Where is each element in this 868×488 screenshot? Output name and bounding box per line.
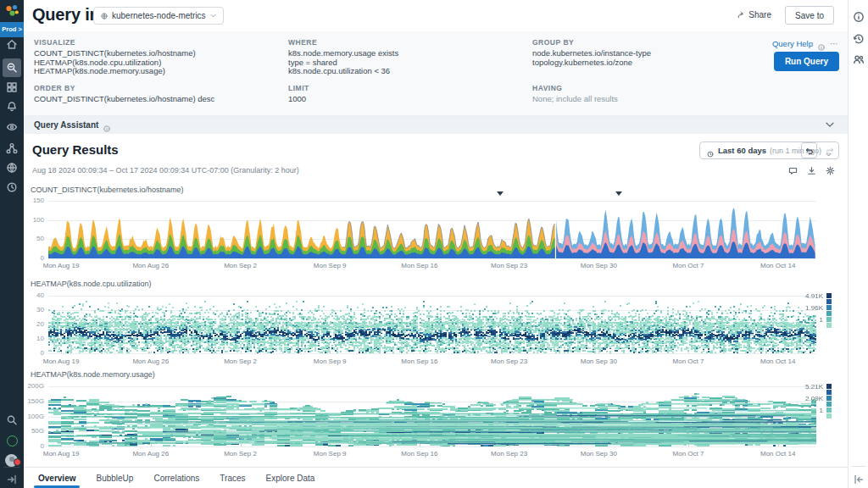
- where-clause-group: WHEREk8s.node.memory.usage existstype = …: [288, 38, 398, 76]
- run-query-button[interactable]: Run Query: [774, 52, 839, 71]
- legend-label: 4.91K: [805, 292, 823, 300]
- environment-globe-icon[interactable]: [5, 161, 19, 175]
- legend-label: 1.96K: [805, 304, 823, 312]
- cpu-heatmap-chart[interactable]: [48, 291, 816, 354]
- query-clause[interactable]: k8s.node.memory.usage exists: [288, 49, 398, 58]
- deploy-marker-icon[interactable]: [615, 191, 622, 199]
- query-assistant-bar[interactable]: Query Assistant: [24, 116, 848, 134]
- info-icon[interactable]: [817, 40, 826, 48]
- legend-swatch: [826, 311, 832, 316]
- x-axis-label: Mon Sep 30: [581, 262, 617, 269]
- query-clause[interactable]: 1000: [288, 95, 309, 104]
- chevron-down-icon[interactable]: [824, 119, 836, 130]
- legend-label: 1: [820, 316, 823, 324]
- x-axis-label: Mon Sep 2: [224, 262, 257, 269]
- legend-swatch: [826, 402, 832, 407]
- memory-heatmap-chart[interactable]: [48, 382, 816, 447]
- search-icon[interactable]: [5, 413, 19, 427]
- tab-correlations[interactable]: Correlations: [153, 468, 199, 488]
- query-clause[interactable]: HEATMAP(k8s.node.memory.usage): [34, 67, 196, 76]
- next-query-button[interactable]: [821, 142, 837, 158]
- tab-traces[interactable]: Traces: [220, 468, 245, 488]
- x-axis-label: Mon Aug 26: [132, 358, 169, 365]
- y-axis-tick: 50: [25, 235, 44, 242]
- history-icon[interactable]: [852, 32, 865, 46]
- x-axis-label: Mon Oct 14: [760, 358, 795, 365]
- team-icon[interactable]: [852, 53, 865, 66]
- slo-eye-icon[interactable]: [5, 120, 19, 134]
- x-axis-label: Mon Sep 2: [224, 358, 257, 365]
- y-axis-tick: 20: [25, 320, 44, 328]
- legend-swatch: [826, 390, 832, 395]
- x-axis-label: Mon Aug 19: [43, 450, 80, 458]
- legend-swatch: [826, 408, 832, 413]
- clause-label: ORDER BY: [34, 84, 214, 92]
- dataset-selector[interactable]: kubernetes-node-metrics: [93, 7, 224, 25]
- result-actions: [787, 164, 836, 175]
- y-axis-tick: 0: [25, 442, 44, 450]
- chart-title: HEATMAP(k8s.node.cpu.utilization): [31, 280, 151, 288]
- info-icon[interactable]: [852, 10, 865, 24]
- query-assistant-label: Query Assistant: [34, 120, 98, 130]
- dataset-name: kubernetes-node-metrics: [112, 11, 206, 20]
- share-button[interactable]: Share: [736, 10, 771, 19]
- y-axis-tick: 30: [25, 306, 44, 313]
- tab-explore-data[interactable]: Explore Data: [266, 468, 315, 488]
- query-clause[interactable]: topology.kubernetes.io/zone: [532, 58, 651, 68]
- service-map-icon[interactable]: [5, 141, 19, 155]
- left-sidebar: Prod >: [0, 0, 24, 488]
- topbar: Query in kubernetes-node-metrics Share S…: [24, 0, 848, 32]
- query-clause[interactable]: k8s.node.cpu.utilization < 36: [288, 67, 398, 76]
- alerts-bell-icon[interactable]: [5, 100, 19, 114]
- x-axis-label: Mon Aug 19: [43, 262, 80, 269]
- query-clause[interactable]: COUNT_DISTINCT(kubernetes.io/hostname) d…: [34, 95, 214, 104]
- stacked-area-chart[interactable]: [48, 197, 816, 259]
- legend-swatch: [826, 305, 832, 310]
- x-axis-label: Mon Sep 23: [491, 450, 527, 458]
- query-help: Query Help ⋯: [772, 39, 839, 48]
- x-axis-label: Mon Aug 26: [132, 262, 169, 269]
- previous-query-button[interactable]: [801, 142, 817, 158]
- expand-sidebar-icon[interactable]: [5, 473, 19, 486]
- collapse-rail-icon[interactable]: [852, 473, 865, 486]
- legend-label: 5.21K: [805, 383, 823, 391]
- query-clause[interactable]: None; include all results: [532, 95, 618, 104]
- activity-history-icon[interactable]: [5, 180, 19, 194]
- legend-swatch: [826, 413, 832, 419]
- group-by-clause-group: GROUP BYnode.kubernetes.io/instance-type…: [532, 38, 651, 67]
- dataset-icon: [100, 12, 108, 20]
- x-axis-label: Mon Oct 14: [760, 450, 795, 458]
- boards-icon[interactable]: [5, 80, 19, 94]
- status-ring-icon[interactable]: [7, 435, 18, 446]
- query-builder: VISUALIZECOUNT_DISTINCT(kubernetes.io/ho…: [24, 31, 848, 116]
- query-help-link[interactable]: Query Help: [772, 39, 813, 48]
- chevron-down-icon: [209, 12, 217, 19]
- time-range-selector[interactable]: Last 60 days (run 1 min ago): [699, 141, 839, 159]
- honeycomb-logo[interactable]: [3, 3, 20, 23]
- legend-swatch: [826, 293, 832, 298]
- download-icon[interactable]: [806, 164, 817, 175]
- share-label: Share: [748, 10, 771, 19]
- x-axis-label: Mon Sep 16: [401, 262, 437, 269]
- main-content: Query in kubernetes-node-metrics Share S…: [24, 0, 848, 488]
- y-axis-tick: 150: [25, 197, 44, 204]
- query-icon[interactable]: [5, 61, 19, 75]
- x-axis-label: Mon Sep 30: [581, 450, 617, 458]
- home-icon[interactable]: [5, 37, 19, 51]
- comment-icon[interactable]: [787, 164, 798, 175]
- environment-selector[interactable]: Prod >: [0, 22, 24, 37]
- gear-icon[interactable]: [825, 164, 836, 175]
- x-axis-label: Mon Sep 2: [224, 450, 257, 458]
- y-axis-tick: 100: [25, 216, 44, 224]
- tab-overview[interactable]: Overview: [38, 468, 75, 488]
- legend-swatch: [826, 317, 832, 322]
- legend-swatch: [826, 396, 832, 401]
- save-to-button[interactable]: Save to: [785, 6, 834, 25]
- query-clause[interactable]: COUNT_DISTINCT(kubernetes.io/hostname): [34, 49, 196, 58]
- clause-label: LIMIT: [288, 84, 309, 92]
- rail-divider: [851, 466, 866, 467]
- deploy-marker-icon[interactable]: [497, 191, 504, 199]
- query-help-more-button[interactable]: ⋯: [830, 39, 839, 48]
- tab-bubbleup[interactable]: BubbleUp: [96, 468, 133, 488]
- query-clause[interactable]: node.kubernetes.io/instance-type: [532, 49, 651, 58]
